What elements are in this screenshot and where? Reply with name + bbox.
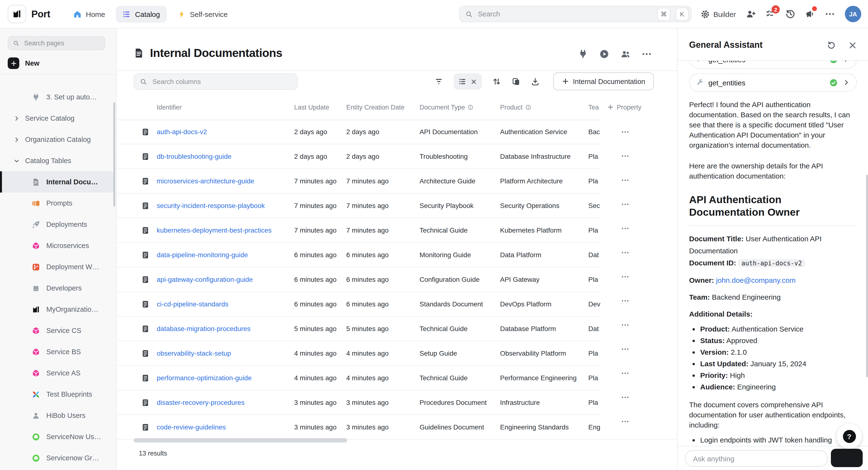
column-header-team[interactable]: Tea [588, 95, 599, 120]
sidebar-item-myorganizatio[interactable]: MyOrganizatio… [0, 299, 116, 320]
tool-call-card[interactable]: get_entities [689, 74, 857, 92]
invite-users-button[interactable] [746, 9, 756, 19]
filter-icon[interactable] [434, 77, 443, 86]
row-menu-icon[interactable] [621, 272, 629, 281]
sidebar-item-label: Service AS [46, 369, 81, 377]
group-by-control[interactable] [454, 74, 482, 90]
send-button[interactable] [831, 449, 863, 467]
sidebar-item-hibob-users[interactable]: HiBob Users [0, 405, 116, 426]
assistant-scrollbar[interactable] [866, 175, 868, 377]
info-icon[interactable] [525, 104, 531, 110]
download-icon[interactable] [531, 77, 539, 86]
tool-call-card[interactable]: get_entities [689, 61, 857, 68]
identifier-cell: disaster-recovery-procedures [157, 390, 245, 414]
reset-conversation-icon[interactable] [827, 41, 836, 50]
row-menu-icon[interactable] [621, 128, 629, 136]
sort-icon[interactable] [492, 77, 501, 86]
column-header-product[interactable]: Product [500, 95, 531, 120]
sidebar-item-deployment-w[interactable]: Deployment W… [0, 256, 116, 277]
row-menu-icon[interactable] [621, 200, 629, 208]
chevron-right-icon[interactable] [843, 79, 850, 86]
sidebar-item-organization-catalog[interactable]: Organization Catalog [0, 129, 116, 150]
identifier-link[interactable]: ci-cd-pipeline-standards [157, 300, 228, 308]
global-search-input[interactable] [477, 10, 652, 18]
row-menu-icon[interactable] [621, 248, 629, 257]
row-menu-icon[interactable] [621, 321, 629, 329]
sidebar-item-microservices[interactable]: Microservices [0, 235, 116, 256]
identifier-link[interactable]: performance-optimization-guide [157, 374, 252, 382]
history-button[interactable] [785, 9, 795, 19]
identifier-link[interactable]: database-migration-procedures [157, 325, 250, 332]
sidebar-item-developers[interactable]: Developers [0, 277, 116, 299]
user-avatar[interactable]: JA [845, 6, 861, 22]
sidebar-item-catalog-tables[interactable]: Catalog Tables [0, 150, 116, 171]
chevron-right-icon[interactable] [843, 61, 850, 63]
identifier-link[interactable]: code-review-guidelines [157, 423, 226, 431]
builder-button[interactable]: Builder [701, 9, 736, 19]
sidebar-item-internal-docu[interactable]: Internal Docu… [0, 171, 114, 193]
row-menu-icon[interactable] [621, 393, 629, 401]
search-columns-input[interactable] [151, 77, 291, 86]
row-menu-icon[interactable] [621, 369, 629, 377]
info-icon[interactable] [467, 104, 474, 110]
row-menu-icon[interactable] [621, 417, 629, 425]
copy-icon[interactable] [512, 77, 520, 86]
sidebar-search-input[interactable] [23, 39, 100, 47]
clear-icon[interactable] [471, 79, 477, 85]
sidebar-item-service-as[interactable]: Service AS [0, 362, 116, 384]
identifier-link[interactable]: microservices-architecture-guide [157, 177, 254, 185]
identifier-link[interactable]: kubernetes-deployment-best-practices [157, 226, 272, 234]
owner-email-link[interactable]: john.doe@company.com [716, 276, 796, 284]
add-property-button[interactable]: Property [601, 95, 677, 120]
ask-field[interactable] [685, 450, 828, 467]
sidebar-item-service-cs[interactable]: Service CS [0, 320, 116, 341]
play-circle-icon[interactable] [599, 49, 609, 59]
people-icon[interactable] [621, 49, 630, 59]
sidebar-item-test-blueprints[interactable]: Test Blueprints [0, 384, 116, 405]
identifier-link[interactable]: security-incident-response-playbook [157, 202, 265, 209]
column-header-last-update[interactable]: Last Update [294, 95, 329, 120]
identifier-link[interactable]: db-troubleshooting-guide [157, 152, 231, 160]
ask-input[interactable] [692, 454, 821, 463]
row-menu-icon[interactable] [621, 176, 629, 184]
sidebar-item-deployments[interactable]: Deployments [0, 214, 116, 235]
ellipsis-icon[interactable] [642, 49, 651, 59]
port-logo[interactable] [8, 5, 26, 23]
column-header-identifier[interactable]: Identifier [157, 95, 182, 120]
add-entity-button[interactable]: Internal Documentation [553, 72, 654, 90]
column-header-entity-creation-date[interactable]: Entity Creation Date [346, 95, 405, 120]
nav-item-self-service[interactable]: Self-service [170, 5, 235, 23]
more-options-button[interactable] [825, 9, 835, 19]
column-header-document-type[interactable]: Document Type [420, 95, 474, 120]
horizontal-scrollbar[interactable] [133, 438, 347, 442]
tool-calls: get_entitiesget_entities [689, 61, 857, 92]
plug-icon[interactable] [578, 49, 588, 59]
sidebar-item-servicenow-us[interactable]: ServiceNow Us… [0, 426, 116, 447]
identifier-link[interactable]: auth-api-docs-v2 [157, 128, 207, 136]
nav-item-catalog[interactable]: Catalog [116, 5, 166, 23]
announcements-button[interactable] [805, 9, 815, 19]
identifier-link[interactable]: data-pipeline-monitoring-guide [157, 251, 248, 259]
help-button[interactable]: ? [837, 424, 862, 449]
sidebar-item-servicenow-gr[interactable]: Servicenow Gr… [0, 447, 116, 469]
row-menu-icon[interactable] [621, 345, 629, 353]
search-columns[interactable] [133, 74, 298, 90]
tasks-button[interactable]: 2 [766, 9, 775, 19]
nav-item-home[interactable]: Home [66, 5, 112, 23]
identifier-link[interactable]: api-gateway-configuration-guide [157, 275, 253, 283]
identifier-link[interactable]: disaster-recovery-procedures [157, 399, 245, 406]
row-menu-icon[interactable] [621, 152, 629, 160]
row-menu-icon[interactable] [621, 224, 629, 232]
sidebar-item-3-set-up-auto[interactable]: 3. Set up auto… [0, 86, 116, 108]
sidebar-scrollbar[interactable] [113, 102, 115, 207]
sidebar-item-prompts[interactable]: Prompts [0, 193, 116, 214]
sidebar-item-service-catalog[interactable]: Service Catalog [0, 108, 116, 129]
close-icon[interactable] [848, 41, 857, 50]
detail-item: Audience: Engineering [700, 382, 857, 392]
sidebar-item-service-bs[interactable]: Service BS [0, 341, 116, 362]
sidebar-search[interactable] [8, 36, 105, 50]
row-menu-icon[interactable] [621, 296, 629, 305]
identifier-link[interactable]: observability-stack-setup [157, 349, 231, 357]
new-page-button[interactable]: New [8, 57, 39, 69]
global-search[interactable]: ⌘ K [459, 6, 691, 22]
